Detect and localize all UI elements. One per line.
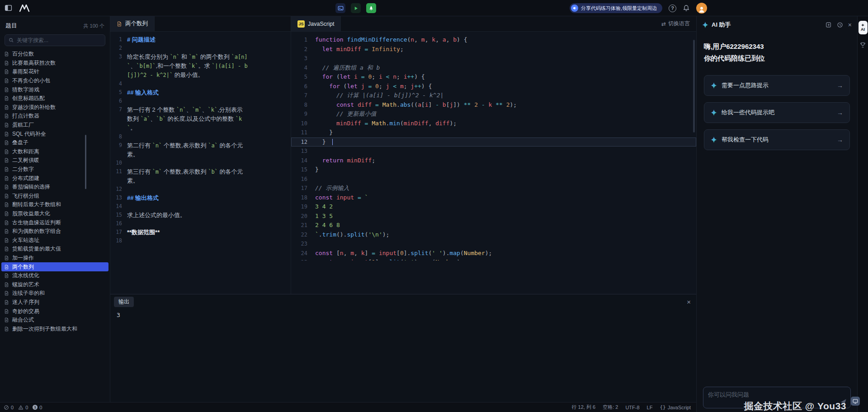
problem-item[interactable]: 蛋糕工厂 <box>1 121 108 130</box>
switch-language-button[interactable]: ⇄ 切换语言 <box>655 16 696 31</box>
sidebar-scrollbar[interactable] <box>85 135 86 189</box>
editor-line[interactable]: 12 } <box>291 137 696 147</box>
problem-item[interactable]: 穿越沙漠的补给数 <box>1 103 108 112</box>
cursor-position[interactable]: 行 12, 列 6 <box>572 404 596 411</box>
ai-toggle-button[interactable]: AI <box>859 21 868 34</box>
editor-line[interactable]: 16 <box>291 175 696 184</box>
editor-line[interactable]: 25const a = input[1].split(' ').map(Numb… <box>291 258 696 260</box>
close-output-button[interactable]: × <box>687 298 691 305</box>
editor-line[interactable]: 1function findMinDifference(n, m, k, a, … <box>291 35 696 45</box>
submit-button[interactable] <box>366 3 376 13</box>
problem-item[interactable]: 迷人子序列 <box>1 298 108 307</box>
search-input[interactable] <box>17 37 101 43</box>
editor-line[interactable]: 24const [n, m, k] = input[0].split(' ').… <box>291 249 696 258</box>
share-banner[interactable]: 分享代码练习体验,领限量定制周边 <box>570 3 662 13</box>
problem-item[interactable]: 分布式团建 <box>1 174 108 183</box>
editor-line[interactable]: 2 <box>110 44 291 52</box>
editor-line[interactable]: 6 for (let j = 0; j < m; j++) { <box>291 82 696 91</box>
editor-line[interactable]: 5 for (let i = 0; i < n; i++) { <box>291 72 696 82</box>
editor-line[interactable]: 18const input = ` <box>291 193 696 203</box>
editor-line[interactable]: 10 <box>110 159 291 167</box>
sidebar-toggle-button[interactable] <box>5 4 12 12</box>
problem-item[interactable]: 翻转后最大子数组和 <box>1 200 108 209</box>
new-chat-icon[interactable] <box>826 22 832 28</box>
tab-javascript[interactable]: JS JavaScript <box>291 16 341 31</box>
problem-item[interactable]: 大数和距离 <box>1 147 108 156</box>
problem-item[interactable]: 二叉树供暖 <box>1 156 108 165</box>
problem-item[interactable]: 飞行棋分组 <box>1 192 108 201</box>
editor-line[interactable]: 3给定长度分别为 `n` 和 `m` 的两个数列 `a[n]`、`b[m]`,和… <box>110 52 291 80</box>
editor-line[interactable]: 1# 问题描述 <box>110 35 291 44</box>
output-tab[interactable]: 输出 <box>114 297 134 307</box>
editor-line[interactable]: 17// 示例输入 <box>291 184 696 193</box>
avatar[interactable] <box>696 3 707 14</box>
problem-item[interactable]: 股票收益最大化 <box>1 209 108 218</box>
problem-item[interactable]: 叠盘子 <box>1 138 108 147</box>
editor-line[interactable]: 9 // 更新最小值 <box>291 109 696 119</box>
problem-item[interactable]: 二分数字 <box>1 165 108 174</box>
editor-line[interactable]: 8 <box>110 133 291 141</box>
editor-line[interactable]: 7 // 计算 |(a[i] - b[j])^2 - k^2| <box>291 91 696 100</box>
editor-line[interactable]: 13## 输出格式 <box>110 194 291 202</box>
history-icon[interactable] <box>837 22 843 28</box>
ai-suggestion-card-hint[interactable]: 需要一点思路提示 → <box>704 75 850 96</box>
editor-line[interactable]: 10 minDiff = Math.min(minDiff, diff); <box>291 119 696 128</box>
bell-icon[interactable] <box>683 5 690 12</box>
editor-line[interactable]: 7第一行有 2 个整数 `n`、`m`、`k`,分别表示数列 `a`、`b` 的… <box>110 105 291 133</box>
problem-item[interactable]: 番茄编辑的选择 <box>1 183 108 192</box>
editor-line[interactable]: 4 <box>110 80 291 88</box>
editor-line[interactable]: 193 4 2 <box>291 202 696 212</box>
editor-line[interactable]: 15} <box>291 165 696 175</box>
editor-line[interactable]: 6 <box>110 97 291 105</box>
editor-line[interactable]: 8 const diff = Math.abs((a[i] - b[j]) **… <box>291 100 696 110</box>
problem-item[interactable]: 加一操作 <box>1 254 108 263</box>
trophy-icon[interactable] <box>859 42 866 48</box>
problem-item[interactable]: 古生物血缘远近判断 <box>1 218 108 227</box>
editor-line[interactable]: 5## 输入格式 <box>110 88 291 97</box>
tab-problem[interactable]: 两个数列 <box>110 16 155 31</box>
problem-item[interactable]: 火车站选址 <box>1 236 108 245</box>
editor-line[interactable]: 23 <box>291 239 696 249</box>
editor-line[interactable]: 15求上述公式的最小值。 <box>110 211 291 219</box>
editor-line[interactable]: 14 <box>110 202 291 211</box>
problem-item[interactable]: SQL 代码补全 <box>1 129 108 138</box>
editor-line[interactable]: 13 <box>291 147 696 156</box>
editor-line[interactable]: 14 return minDiff; <box>291 156 696 166</box>
problem-item[interactable]: 删除一次得到子数组最大和 <box>1 324 108 333</box>
close-ai-panel-icon[interactable]: × <box>848 21 852 28</box>
eol-setting[interactable]: LF <box>647 405 653 410</box>
problem-item[interactable]: 奇妙的交易 <box>1 307 108 316</box>
problem-item[interactable]: 螺旋的艺术 <box>1 280 108 289</box>
problem-item[interactable]: 猜数字游戏 <box>1 85 108 94</box>
code-scrollbar[interactable] <box>693 40 695 133</box>
problem-item[interactable]: 流水线优化 <box>1 271 108 280</box>
editor-line[interactable]: 11第三行有 `m` 个整数,表示数列 `b` 的各个元素。 <box>110 167 291 185</box>
problem-item[interactable]: 连续子串的和 <box>1 289 108 298</box>
run-button[interactable] <box>351 3 361 13</box>
terminal-button[interactable] <box>335 3 345 13</box>
editor-line[interactable]: 11 } <box>291 128 696 137</box>
editor-line[interactable]: 2 let minDiff = Infinity; <box>291 45 696 54</box>
problem-item[interactable]: 比赛最高获胜次数 <box>1 59 108 68</box>
problem-item[interactable]: 不再贪心的小包 <box>1 76 108 85</box>
editor-line[interactable]: 16 <box>110 219 291 228</box>
editor-line[interactable]: 3 <box>291 54 696 63</box>
ai-suggestion-card-code[interactable]: 给我一些代码提示吧 → <box>704 102 850 123</box>
editor-line[interactable]: 201 3 5 <box>291 212 696 221</box>
problem-item[interactable]: 百分位数 <box>1 50 108 59</box>
editor-line[interactable]: 9第二行有 `n` 个整数,表示数列 `a` 的各个元素。 <box>110 141 291 159</box>
problem-item[interactable]: 暴雨梨花针 <box>1 67 108 76</box>
help-icon[interactable]: ? <box>669 5 676 12</box>
code-editor[interactable]: 1function findMinDifference(n, m, k, a, … <box>291 32 696 260</box>
language-mode[interactable]: {} JavaScript <box>660 404 691 410</box>
editor-line[interactable]: 18 <box>110 237 291 244</box>
markdown-editor[interactable]: 1# 问题描述23给定长度分别为 `n` 和 `m` 的两个数列 `a[n]`、… <box>110 32 291 244</box>
editor-line[interactable]: 12 <box>110 185 291 194</box>
problem-item[interactable]: 打点计数器 <box>1 112 108 121</box>
problems-status[interactable]: 0 0 1 0 <box>4 405 42 410</box>
problem-item[interactable]: 融合公式 <box>1 316 108 325</box>
editor-line[interactable]: 17**数据范围** <box>110 228 291 237</box>
editor-line[interactable]: 4 // 遍历数组 a 和 b <box>291 63 696 73</box>
problem-item[interactable]: 创意标题匹配 <box>1 94 108 103</box>
problem-item[interactable]: 两个数列 <box>1 262 108 271</box>
